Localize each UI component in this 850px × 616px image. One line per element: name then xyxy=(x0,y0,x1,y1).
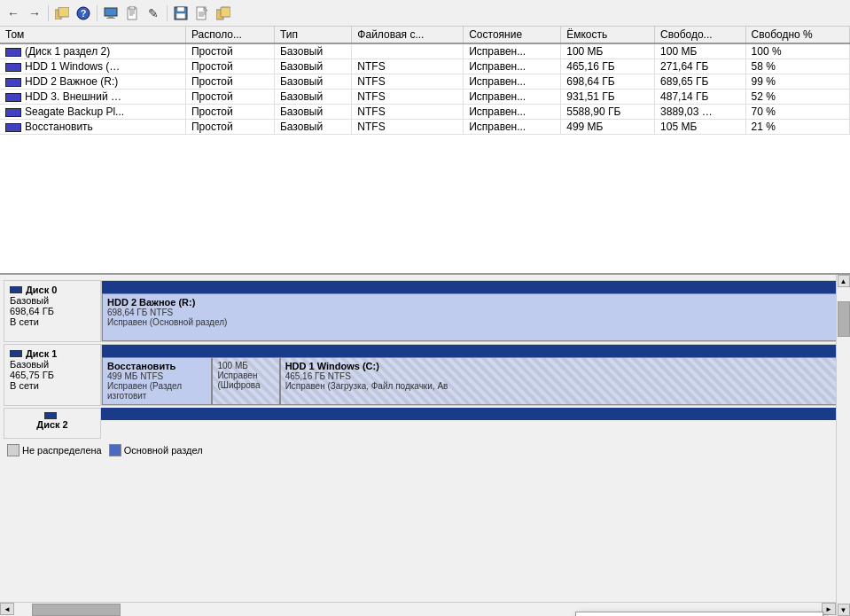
disk-row-0: Диск 0 Базовый 698,64 ГБ В сети HDD 2 Ва… xyxy=(4,280,846,342)
disk-icon xyxy=(5,123,21,132)
table-cell: 70 % xyxy=(745,105,849,120)
col-state[interactable]: Состояние xyxy=(464,27,561,43)
table-header-row: Том Располо... Тип Файловая с... Состоян… xyxy=(0,27,850,43)
col-free-pct[interactable]: Свободно % xyxy=(745,27,849,43)
disk-icon xyxy=(5,78,21,87)
disk-0-part-0[interactable]: HDD 2 Важное (R:) 698,64 ГБ NTFS Исправе… xyxy=(102,293,846,341)
scrollbar[interactable]: ▲ ▼ xyxy=(836,275,850,616)
legend-unallocated: Не распределена xyxy=(7,444,102,456)
table-cell: 21 % xyxy=(745,120,849,135)
table-cell: 52 % xyxy=(745,90,849,105)
doc-button[interactable] xyxy=(192,4,212,23)
context-menu: ОткрытьПроводникСделать раздел активнымИ… xyxy=(575,612,823,616)
col-capacity[interactable]: Ёмкость xyxy=(561,27,655,43)
disk-map-panel: Диск 0 Базовый 698,64 ГБ В сети HDD 2 Ва… xyxy=(0,275,850,616)
scroll-down[interactable]: ▼ xyxy=(838,604,850,616)
help-button[interactable]: ? xyxy=(74,4,93,23)
table-cell xyxy=(352,43,464,59)
h-scroll-thumb[interactable] xyxy=(32,604,121,616)
disk-1-part-recover[interactable]: Восстановить 499 МБ NTFS Исправен (Разде… xyxy=(102,357,212,405)
svg-rect-4 xyxy=(105,8,117,16)
disk-0-type: Базовый xyxy=(10,295,95,306)
table-cell: Исправен... xyxy=(464,90,561,105)
scroll-up[interactable]: ▲ xyxy=(838,275,850,287)
disk-0-partitions: HDD 2 Важное (R:) 698,64 ГБ NTFS Исправе… xyxy=(101,280,846,342)
table-row[interactable]: ВосстановитьПростойБазовыйNTFSИсправен..… xyxy=(0,120,850,135)
disk-1-status: В сети xyxy=(10,380,95,391)
disk-1-bar xyxy=(102,345,846,357)
table-row[interactable]: (Диск 1 раздел 2)ПростойБазовыйИсправен.… xyxy=(0,43,850,59)
legend-primary: Основной раздел xyxy=(109,444,203,456)
table-cell: 100 МБ xyxy=(655,43,745,59)
table-cell: 58 % xyxy=(745,59,849,74)
table-cell: Простой xyxy=(185,43,274,59)
table-cell: Исправен... xyxy=(464,43,561,59)
disk-1-part-windows[interactable]: HDD 1 Windows (C:) 465,16 ГБ NTFS Исправ… xyxy=(280,357,846,405)
table-cell: Простой xyxy=(185,74,274,90)
legend-primary-box xyxy=(109,444,121,456)
disk-row-2-partial: Диск 2 xyxy=(4,408,846,439)
edit-button[interactable]: ✎ xyxy=(144,4,163,23)
table-cell: 689,65 ГБ xyxy=(655,74,745,90)
svg-rect-6 xyxy=(106,18,115,19)
disk-2-label: Диск 2 xyxy=(4,408,101,439)
table-row[interactable]: Seagate Backup Pl...ПростойБазовыйNTFSИс… xyxy=(0,105,850,120)
table-cell: 465,16 ГБ xyxy=(561,59,655,74)
disk-0-size: 698,64 ГБ xyxy=(10,306,95,316)
open-button[interactable] xyxy=(214,4,233,23)
col-type[interactable]: Тип xyxy=(274,27,351,43)
table-row[interactable]: HDD 3. Внешний …ПростойБазовыйNTFSИсправ… xyxy=(0,90,850,105)
table-cell: (Диск 1 раздел 2) xyxy=(0,43,185,59)
table-cell: HDD 3. Внешний … xyxy=(0,90,185,105)
disk-icon xyxy=(5,63,21,72)
col-filesystem[interactable]: Файловая с... xyxy=(352,27,464,43)
col-free[interactable]: Свободо... xyxy=(655,27,745,43)
table-cell: 499 МБ xyxy=(561,120,655,135)
volume-table: Том Располо... Тип Файловая с... Состоян… xyxy=(0,27,850,135)
disk-1-size: 465,75 ГБ xyxy=(10,370,95,380)
table-cell: 487,14 ГБ xyxy=(655,90,745,105)
table-cell: NTFS xyxy=(352,105,464,120)
svg-rect-21 xyxy=(221,7,230,17)
table-cell: 99 % xyxy=(745,74,849,90)
save-button[interactable] xyxy=(171,4,191,23)
table-row[interactable]: HDD 1 Windows (…ПростойБазовыйNTFSИсправ… xyxy=(0,59,850,74)
table-cell: Простой xyxy=(185,90,274,105)
disk-0-status: В сети xyxy=(10,316,95,327)
table-cell: Простой xyxy=(185,59,274,74)
col-tom[interactable]: Том xyxy=(0,27,185,43)
disk-0-label: Диск 0 Базовый 698,64 ГБ В сети xyxy=(4,280,101,342)
folder-button[interactable] xyxy=(52,4,72,23)
scroll-right[interactable]: ► xyxy=(822,603,836,615)
table-cell: Базовый xyxy=(274,90,351,105)
separator-2 xyxy=(97,5,97,21)
table-cell: 5588,90 ГБ xyxy=(561,105,655,120)
table-cell: HDD 2 Важное (R:) xyxy=(0,74,185,90)
table-cell: HDD 1 Windows (… xyxy=(0,59,185,74)
disk-1-name: Диск 1 xyxy=(26,348,57,359)
table-cell: Seagate Backup Pl... xyxy=(0,105,185,120)
svg-rect-13 xyxy=(177,7,184,12)
computer-button[interactable] xyxy=(101,4,121,23)
table-cell: Базовый xyxy=(274,74,351,90)
disk-1-part-100mb[interactable]: 100 МБ Исправен (Шифрова xyxy=(212,357,279,405)
clipboard-button[interactable] xyxy=(122,4,142,23)
disk-2-bar xyxy=(101,408,846,420)
col-location[interactable]: Располо... xyxy=(185,27,274,43)
disk-1-type: Базовый xyxy=(10,359,95,370)
separator-1 xyxy=(48,5,49,21)
table-cell: Исправен... xyxy=(464,105,561,120)
legend-primary-label: Основной раздел xyxy=(124,445,203,456)
forward-button[interactable]: → xyxy=(25,4,44,23)
scroll-left[interactable]: ◄ xyxy=(0,603,14,615)
table-cell: Восстановить xyxy=(0,120,185,135)
back-button[interactable]: ← xyxy=(4,4,23,23)
table-row[interactable]: HDD 2 Важное (R:)ПростойБазовыйNTFSИспра… xyxy=(0,74,850,90)
table-cell: Исправен... xyxy=(464,74,561,90)
disk-icon xyxy=(5,93,21,102)
toolbar: ← → ? ✎ xyxy=(0,0,850,27)
table-cell: Базовый xyxy=(274,59,351,74)
volume-table-panel: Том Располо... Тип Файловая с... Состоян… xyxy=(0,27,850,275)
disk-icon xyxy=(5,108,21,117)
scroll-thumb[interactable] xyxy=(838,301,850,337)
